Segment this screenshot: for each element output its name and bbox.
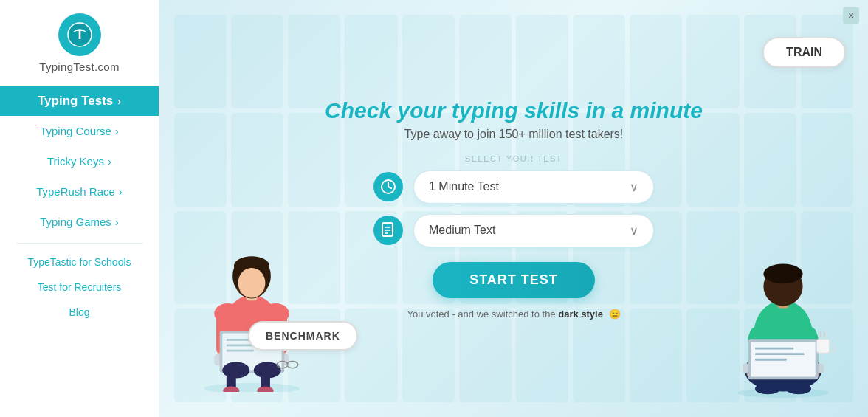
chevron-icon: ›: [117, 95, 121, 107]
dropdown-chevron-icon: ∨: [630, 224, 638, 238]
main-subtitle: Type away to join 150+ million test take…: [404, 128, 624, 141]
svg-rect-56: [817, 339, 830, 353]
sidebar-item-recruiters[interactable]: Test for Recruiters: [0, 275, 159, 300]
select-label: SELECT YOUR TEST: [465, 154, 562, 163]
logo-text: TypingTest.com: [39, 61, 119, 73]
logo-brand: TypingTest: [39, 61, 94, 73]
chevron-icon: ›: [115, 216, 119, 228]
svg-rect-21: [227, 350, 254, 352]
text-type-dropdown[interactable]: Medium Text ∨: [413, 214, 654, 247]
sidebar-item-typing-course[interactable]: Typing Course ›: [0, 116, 159, 146]
svg-rect-34: [382, 223, 393, 236]
svg-rect-53: [755, 348, 793, 350]
logo-circle: T: [58, 13, 101, 56]
doc-icon: [373, 216, 403, 245]
left-illustration: [182, 215, 344, 395]
svg-rect-55: [755, 359, 787, 361]
sidebar: T TypingTest.com Typing Tests › Typing C…: [0, 0, 159, 417]
sidebar-item-blog[interactable]: Blog: [0, 300, 159, 325]
nav-divider: [16, 243, 143, 244]
svg-line-33: [388, 187, 391, 188]
sidebar-item-typing-games[interactable]: Typing Games ›: [0, 207, 159, 237]
duration-dropdown-row: 1 Minute Test ∨: [373, 170, 654, 204]
sidebar-item-typerush-race[interactable]: TypeRush Race ›: [0, 176, 159, 207]
clock-icon: [373, 172, 403, 201]
svg-point-29: [287, 361, 298, 368]
dark-style-note: You voted - and we switched to the dark …: [407, 309, 620, 320]
sidebar-item-typing-tests[interactable]: Typing Tests ›: [0, 86, 159, 116]
dropdown-chevron-icon: ∨: [630, 180, 638, 194]
train-button[interactable]: TRAIN: [762, 37, 846, 68]
chevron-icon: ›: [108, 155, 111, 168]
svg-point-58: [786, 383, 811, 394]
right-illustration: [713, 230, 861, 402]
text-type-dropdown-row: Medium Text ∨: [373, 214, 654, 247]
svg-point-9: [238, 268, 266, 298]
emoji-icon: 😑: [609, 309, 621, 320]
logo-suffix: .com: [94, 61, 120, 73]
close-button[interactable]: ×: [843, 7, 859, 24]
sidebar-item-typetastic[interactable]: TypeTastic for Schools: [0, 249, 159, 275]
duration-dropdown[interactable]: 1 Minute Test ∨: [413, 170, 654, 204]
svg-point-57: [755, 383, 780, 394]
duration-label: 1 Minute Test: [429, 180, 499, 193]
chevron-icon: ›: [119, 185, 123, 198]
close-icon: ×: [848, 10, 854, 21]
svg-point-2: [204, 383, 299, 392]
svg-point-43: [763, 264, 802, 284]
logo-area: T TypingTest.com: [39, 13, 119, 73]
sidebar-item-tricky-keys[interactable]: Tricky Keys ›: [0, 146, 159, 176]
dark-style-bold: dark style: [558, 309, 603, 320]
benchmark-button[interactable]: BENCHMARK: [248, 321, 358, 351]
text-type-label: Medium Text: [429, 224, 495, 237]
chevron-icon: ›: [115, 125, 119, 137]
start-test-button[interactable]: START TEST: [433, 262, 595, 298]
main-title: Check your typing skills in a minute: [325, 98, 703, 123]
svg-rect-54: [755, 353, 805, 355]
main-content: const kb = document.getElementById('keyb…: [159, 0, 868, 417]
